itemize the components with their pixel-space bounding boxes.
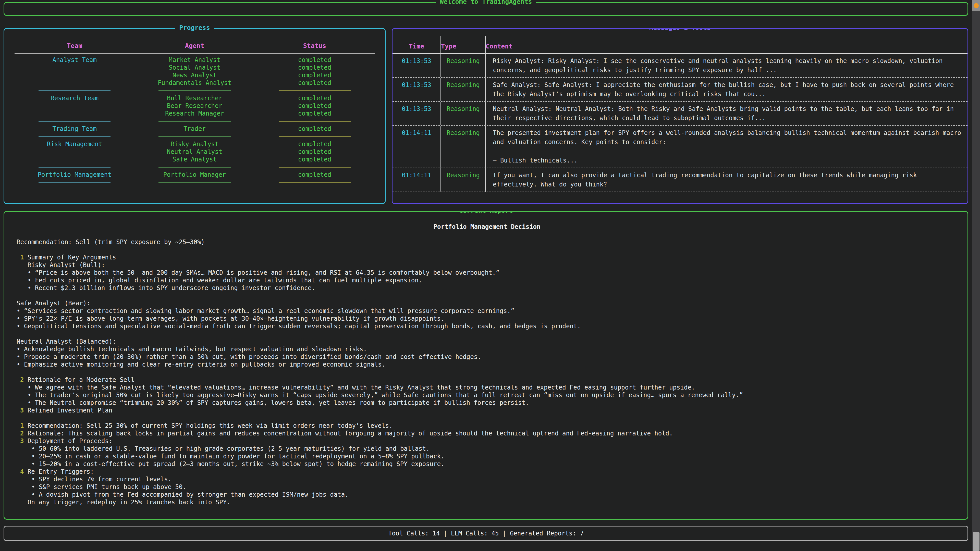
message-row: 01:13:53 Reasoning Safe Analyst: Safe An… [393, 78, 967, 102]
agent-column: Portfolio Manager [135, 171, 255, 179]
status-separator-line [279, 90, 351, 91]
message-time: 01:14:11 [393, 126, 441, 168]
messages-col-type: Type [441, 36, 486, 53]
scroll-marker-icon[interactable] [972, 0, 980, 11]
agent-column: Trader [135, 125, 255, 133]
status-badge: completed [255, 71, 375, 79]
message-content: If you want, I can also provide a tactic… [486, 168, 967, 192]
report-line-text: • 15–20% in a cost-effective put spread … [32, 460, 444, 468]
status-badge: completed [255, 79, 375, 87]
status-badge: completed [255, 94, 375, 102]
messages-tools-panel: Messages & Tools Time Type Content 01:13… [392, 28, 968, 204]
report-line: • 20–25% in cash or a stable-value fund … [17, 453, 957, 460]
report-line-text: • SPY declines 7% from current levels. [32, 476, 172, 483]
report-line-text: • A dovish pivot from the Fed accompanie… [32, 491, 348, 498]
agent-column: Bull ResearcherBear ResearcherResearch M… [135, 94, 255, 118]
report-line: • SPY declines 7% from current levels. [17, 475, 957, 483]
report-line: 2Rationale: This scaling back locks in p… [17, 430, 957, 437]
agent-name: Risky Analyst [135, 140, 255, 148]
report-line: 2Rationale for a Moderate Sell [17, 376, 957, 384]
report-line-text: Rationale for a Moderate Sell [27, 376, 135, 383]
agent-separator-line [159, 182, 231, 183]
status-badge: completed [255, 171, 375, 179]
message-type: Reasoning [441, 102, 486, 125]
report-line: 3Deployment of Proceeds: [17, 437, 957, 445]
group-separator [14, 133, 375, 140]
status-column: completedcompletedcompletedcompleted [255, 56, 375, 87]
agent-name: Market Analyst [135, 56, 255, 64]
message-content: Neutral Analyst: Neutral Analyst: Both t… [486, 102, 967, 125]
report-line-text: Deployment of Proceeds: [27, 437, 112, 445]
report-line-text: Summary of Key Arguments [27, 254, 116, 261]
message-time: 01:13:53 [393, 54, 441, 77]
report-line-text: • SPY's 22× P/E is above long-term avera… [17, 315, 444, 322]
agent-separator-line [159, 90, 231, 91]
status-badge: completed [255, 110, 375, 118]
current-report-panel: Current Report Portfolio Management Deci… [3, 211, 968, 519]
status-badge: completed [255, 156, 375, 163]
report-line-text: Re-Entry Triggers: [27, 468, 94, 475]
report-line-text: • Emphasize active monitoring and clear … [17, 361, 385, 368]
report-line-text: Risky Analyst (Bull): [27, 262, 105, 268]
list-number: 3 [20, 437, 27, 445]
report-line-text: • Acknowledge bullish technicals and mac… [17, 346, 367, 353]
report-line-text: Recommendation: Sell 25–30% of current S… [27, 422, 393, 429]
agent-name: Portfolio Manager [135, 171, 255, 179]
report-line: 4Re-Entry Triggers: [17, 468, 957, 475]
messages-panel-title: Messages & Tools [645, 28, 715, 32]
team-name: Portfolio Management [14, 171, 135, 179]
report-line: • Recent $2.3 billion inflows into SPY u… [17, 284, 957, 292]
report-line-text: Recommendation: Sell (trim SPY exposure … [17, 238, 205, 246]
report-line: • A dovish pivot from the Fed accompanie… [17, 491, 957, 499]
progress-team-group: Analyst Team Market AnalystSocial Analys… [14, 56, 375, 87]
progress-team-group: Risk Management Risky AnalystNeutral Ana… [14, 140, 375, 163]
agent-name: News Analyst [135, 71, 255, 79]
report-line [17, 368, 957, 376]
report-line: • Acknowledge bullish technicals and mac… [17, 345, 957, 353]
agent-name: Safe Analyst [135, 156, 255, 163]
report-line: 1Summary of Key Arguments [17, 254, 957, 261]
report-line: Neutral Analyst (Balanced): [17, 338, 957, 345]
agent-column: Risky AnalystNeutral AnalystSafe Analyst [135, 140, 255, 163]
status-summary: Tool Calls: 14 | LLM Calls: 45 | Generat… [388, 530, 584, 537]
top-row: Progress Team Agent Status Analyst Team … [3, 28, 968, 204]
progress-team-group: Portfolio Management Portfolio Manager c… [14, 171, 375, 179]
status-separator-line [279, 182, 351, 183]
status-separator-line [279, 121, 351, 122]
list-number: 2 [20, 376, 27, 383]
messages-col-time: Time [393, 36, 441, 53]
team-separator-line [38, 136, 110, 137]
status-separator-line [279, 136, 351, 137]
agent-name: Research Manager [135, 110, 255, 118]
report-line: • “Price is above both the 50– and 200–d… [17, 269, 957, 276]
progress-col-status: Status [255, 42, 375, 50]
report-line [17, 414, 957, 422]
team-name: Research Team [14, 94, 135, 118]
report-line-text: • Fed cuts priced in, global disinflatio… [27, 277, 422, 284]
agent-name: Neutral Analyst [135, 148, 255, 156]
report-line: • The trader's original 50% cut is likel… [17, 391, 957, 399]
status-separator-line [279, 167, 351, 168]
status-badge: completed [255, 140, 375, 148]
terminal-screen: Welcome to TradingAgents Progress Team A… [0, 0, 972, 551]
status-column: completed [255, 171, 375, 179]
report-line-text: Refined Investment Plan [27, 407, 112, 414]
report-line: • 15–20% in a cost-effective put spread … [17, 460, 957, 468]
status-badge: completed [255, 56, 375, 64]
progress-table-header: Team Agent Status [14, 42, 375, 50]
messages-table-header: Time Type Content [393, 36, 967, 54]
progress-team-group: Trading Team Trader completed [14, 125, 375, 133]
report-line-text: • “Price is above both the 50– and 200–d… [27, 269, 500, 276]
message-type: Reasoning [441, 54, 486, 77]
scrollbar-thumb[interactable] [973, 532, 980, 551]
report-line-text: • “Services sector contraction and slowi… [17, 307, 514, 314]
progress-panel-title: Progress [175, 24, 214, 32]
welcome-title: Welcome to TradingAgents [436, 0, 536, 5]
message-content: Safe Analyst: Safe Analyst: I appreciate… [486, 78, 967, 101]
status-badge: completed [255, 148, 375, 156]
report-line: 1Recommendation: Sell 25–30% of current … [17, 422, 957, 430]
team-name: Analyst Team [14, 56, 135, 87]
scrollbar[interactable] [972, 0, 980, 551]
report-line [17, 292, 957, 300]
progress-header-rule [14, 53, 375, 54]
